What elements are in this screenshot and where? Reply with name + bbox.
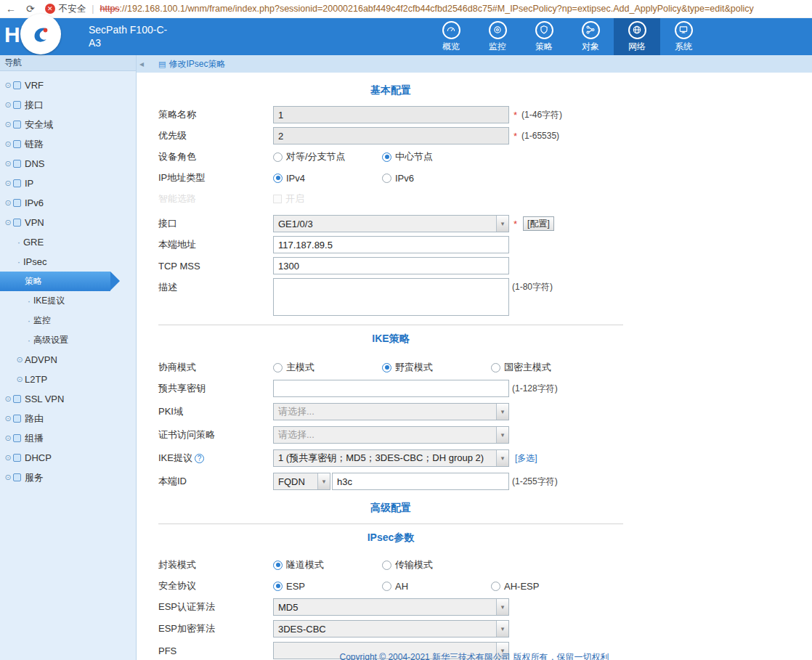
- interface-config-button[interactable]: [配置]: [523, 216, 554, 231]
- device-role-option-branch[interactable]: 对等/分支节点: [273, 150, 382, 163]
- radio-icon: [273, 363, 283, 372]
- required-asterisk: *: [513, 131, 517, 142]
- description-row: 描述 (1-80字符): [158, 278, 623, 316]
- nav-item-system[interactable]: 系统: [660, 18, 707, 55]
- interface-select[interactable]: GE1/0/3 ▾: [273, 215, 509, 232]
- protocol-option-ah-esp[interactable]: AH-ESP: [491, 581, 600, 592]
- tab-modify-ipsec-policy[interactable]: ▤ 修改IPsec策略: [151, 55, 232, 73]
- mode-option-aggressive[interactable]: 野蛮模式: [382, 361, 491, 374]
- sidebar-item-vpn[interactable]: ⊙VPN: [0, 213, 136, 232]
- sidebar-item-services[interactable]: ⊙服务: [0, 468, 136, 487]
- ike-proposal-select[interactable]: 1 (预共享密钥；MD5；3DES-CBC；DH group 2) ▾: [273, 449, 509, 467]
- priority-hint: (1-65535): [521, 131, 559, 141]
- sidebar-item-routing[interactable]: ⊙路由: [0, 409, 136, 428]
- protocol-option-esp[interactable]: ESP: [273, 581, 382, 592]
- psk-input[interactable]: [273, 380, 509, 397]
- smart-link-enable-checkbox[interactable]: 开启: [273, 192, 382, 205]
- vpn-icon: [13, 219, 21, 227]
- policy-name-input[interactable]: [273, 106, 509, 123]
- required-asterisk: *: [513, 110, 517, 121]
- encap-option-transport[interactable]: 传输模式: [382, 558, 491, 571]
- radio-checked-icon: [273, 561, 283, 570]
- back-icon[interactable]: ←: [6, 3, 16, 15]
- pki-domain-label: PKI域: [158, 405, 273, 418]
- sidebar-item-ipv6[interactable]: ⊙IPv6: [0, 193, 136, 213]
- insecure-icon: ✕: [45, 4, 55, 14]
- sidebar-item-link[interactable]: ⊙链路: [0, 134, 136, 154]
- display-icon: [675, 21, 693, 39]
- tab-strip: ◂ ▤ 修改IPsec策略: [137, 55, 812, 73]
- esp-auth-select[interactable]: MD5 ▾: [273, 598, 509, 616]
- sidebar-item-l2tp[interactable]: ⊙L2TP: [0, 370, 136, 389]
- esp-enc-select[interactable]: 3DES-CBC ▾: [273, 620, 509, 637]
- expander-icon: ⊙: [3, 473, 13, 482]
- content: 基本配置 策略名称 * (1-46字符) 优先级 * (1-65535) 设备角…: [137, 73, 812, 660]
- nav-item-network[interactable]: 网络: [614, 18, 660, 55]
- insecure-label[interactable]: 不安全: [59, 3, 86, 15]
- collapse-sidebar-icon[interactable]: ◂: [139, 59, 144, 69]
- negotiation-mode-row: 协商模式 主模式 野蛮模式 国密主模式: [158, 359, 623, 376]
- ip-type-label: IP地址类型: [158, 171, 273, 184]
- ike-proposal-row: IKE提议 ? 1 (预共享密钥；MD5；3DES-CBC；DH group 2…: [158, 449, 623, 467]
- sidebar-title: 导航: [0, 55, 136, 71]
- local-id-input[interactable]: [332, 473, 509, 490]
- ip-type-option-ipv4[interactable]: IPv4: [273, 173, 382, 184]
- expander-icon: ⊙: [3, 100, 13, 110]
- sidebar-item-ipsec-monitor[interactable]: ·监控: [0, 311, 136, 330]
- sidebar-item-security-zone[interactable]: ⊙安全域: [0, 115, 136, 134]
- multi-select-link[interactable]: [多选]: [515, 452, 537, 465]
- section-title-ike: IKE策略: [158, 333, 623, 346]
- refresh-icon[interactable]: ⟳: [26, 3, 35, 15]
- ike-proposal-label: IKE提议 ?: [158, 452, 273, 465]
- url-scheme: https: [100, 4, 119, 14]
- sidebar-item-dns[interactable]: ⊙DNS: [0, 154, 136, 174]
- cert-policy-select[interactable]: 请选择... ▾: [273, 426, 509, 444]
- sidebar-item-advpn[interactable]: ⊙ADVPN: [0, 350, 136, 370]
- device-role-option-hub[interactable]: 中心节点: [382, 150, 491, 163]
- sidebar-item-ipsec[interactable]: ·IPsec: [0, 252, 136, 272]
- tcp-mss-input[interactable]: [273, 257, 509, 274]
- local-address-input[interactable]: [273, 236, 509, 253]
- esp-enc-label: ESP加密算法: [158, 622, 273, 635]
- expander-icon: ⊙: [15, 355, 25, 364]
- security-zone-icon: [13, 121, 21, 129]
- protocol-option-ah[interactable]: AH: [382, 581, 491, 592]
- sidebar-item-vrf[interactable]: ⊙VRF: [0, 76, 136, 95]
- mode-option-main[interactable]: 主模式: [273, 361, 382, 374]
- interface-row: 接口 GE1/0/3 ▾ * [配置]: [158, 215, 623, 232]
- tcp-mss-label: TCP MSS: [158, 261, 273, 272]
- local-id-type-select[interactable]: FQDN ▾: [273, 473, 330, 490]
- nav-item-monitor[interactable]: 监控: [474, 18, 521, 55]
- nav-item-overview[interactable]: 概览: [428, 18, 474, 55]
- sidebar-item-dhcp[interactable]: ⊙DHCP: [0, 448, 136, 468]
- multicast-icon: [13, 434, 21, 442]
- sidebar-item-ipsec-policy[interactable]: 策略: [0, 272, 110, 291]
- advanced-config-link[interactable]: 高级配置: [158, 502, 623, 515]
- sidebar-item-gre[interactable]: ·GRE: [0, 232, 136, 252]
- description-textarea[interactable]: [273, 278, 509, 316]
- cert-policy-row: 证书访问策略 请选择... ▾: [158, 426, 623, 444]
- browser-bar: ← ⟳ ✕ 不安全 | https://192.168.100.1/wnm/fr…: [0, 0, 812, 18]
- sidebar-item-ike-proposal[interactable]: ·IKE提议: [0, 291, 136, 311]
- mode-option-gm-main[interactable]: 国密主模式: [491, 361, 600, 374]
- sidebar-item-advanced-settings[interactable]: ·高级设置: [0, 330, 136, 350]
- smart-link-row: 智能选路 开启: [158, 190, 623, 208]
- section-title-ipsec: IPsec参数: [158, 531, 623, 545]
- bullet-icon: ·: [25, 335, 33, 346]
- security-protocol-label: 安全协议: [158, 579, 273, 592]
- sidebar-item-ip[interactable]: ⊙IP: [0, 174, 136, 193]
- sidebar-item-ssl-vpn[interactable]: ⊙SSL VPN: [0, 389, 136, 409]
- ip-type-option-ipv6[interactable]: IPv6: [382, 173, 491, 184]
- nav-item-policy[interactable]: 策略: [521, 18, 567, 55]
- nav-item-objects[interactable]: 对象: [567, 18, 614, 55]
- radio-icon: [382, 174, 391, 183]
- sidebar-item-interface[interactable]: ⊙接口: [0, 95, 136, 115]
- vrf-icon: [13, 81, 21, 89]
- sidebar-item-multicast[interactable]: ⊙组播: [0, 428, 136, 448]
- help-icon[interactable]: ?: [195, 454, 204, 463]
- priority-input[interactable]: [273, 127, 509, 144]
- pki-domain-select[interactable]: 请选择... ▾: [273, 403, 509, 420]
- local-id-hint: (1-255字符): [512, 476, 558, 488]
- address-bar[interactable]: https://192.168.100.1/wnm/frame/index.ph…: [100, 4, 753, 14]
- encap-option-tunnel[interactable]: 隧道模式: [273, 558, 382, 571]
